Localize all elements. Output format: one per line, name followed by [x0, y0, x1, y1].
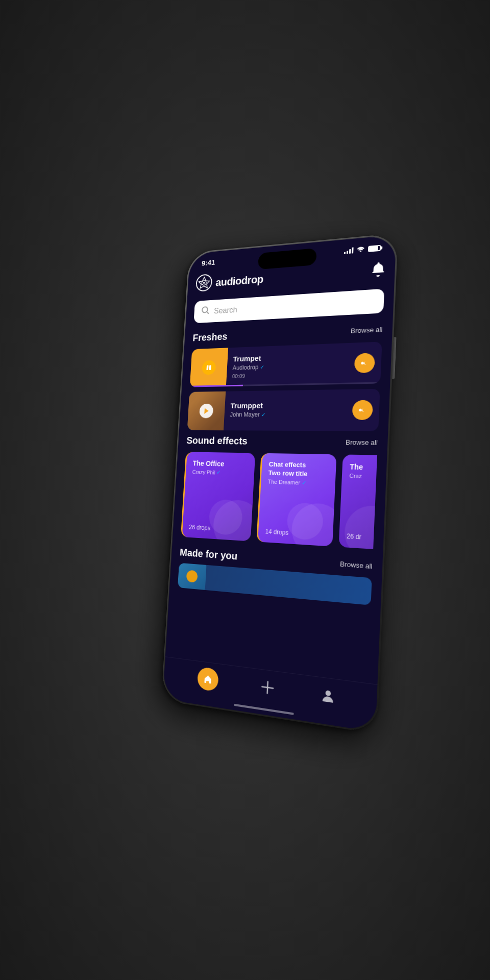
search-bar[interactable]: Search: [193, 289, 384, 324]
phone-wrapper: 9:41: [161, 233, 398, 734]
sound-effects-title: Sound effects: [186, 435, 248, 447]
battery-icon: [368, 244, 381, 252]
track-info-1: Trumpet Audiodrop ✓ 00:09: [226, 346, 355, 384]
search-icon: [201, 306, 210, 317]
effect-card-artist-2: The Dreamer ✓: [267, 478, 328, 487]
phone-frame: 9:41: [161, 233, 398, 734]
logo-icon: [195, 274, 213, 293]
effect-card-drops-3: 26 dr: [347, 532, 377, 542]
nav-add[interactable]: [259, 678, 276, 697]
signal-icon: [344, 247, 354, 254]
made-for-you-browse-all[interactable]: Browse all: [340, 560, 373, 570]
made-for-you-title: Made for you: [180, 547, 238, 562]
sound-effects-section-header: Sound effects Browse all: [186, 435, 378, 449]
effect-card-1[interactable]: The Office Crazy Phil ✓ 26 drops: [181, 452, 255, 541]
search-placeholder: Search: [214, 305, 237, 315]
svg-rect-5: [209, 365, 211, 370]
share-button-2[interactable]: [352, 400, 373, 420]
nav-profile[interactable]: [320, 686, 337, 706]
logo-area: audiodrop: [195, 270, 264, 293]
scene: 9:41: [0, 0, 490, 980]
track-thumbnail-2: [187, 391, 226, 430]
status-time: 9:41: [202, 258, 215, 267]
track-title-2: Trumppet: [230, 400, 347, 410]
track-info-2: Trumppet John Mayer ✓: [224, 395, 353, 425]
nav-home[interactable]: [197, 667, 219, 692]
track-title-1: Trumpet: [233, 351, 349, 363]
verified-badge-1: ✓: [260, 364, 264, 371]
svg-rect-4: [206, 365, 208, 370]
effect-card-title-3: The: [350, 462, 377, 472]
track-card-trumpet[interactable]: Trumpet Audiodrop ✓ 00:09: [190, 341, 382, 387]
track-duration-1: 00:09: [232, 370, 348, 379]
effect-verified-1: ✓: [216, 469, 221, 476]
effect-card-artist-1: Crazy Phil ✓: [192, 469, 248, 477]
effect-card-title-2: Chat effectsTwo row title: [268, 460, 329, 479]
effect-card-2[interactable]: Chat effectsTwo row title The Dreamer ✓ …: [256, 453, 336, 547]
play-button-2[interactable]: [199, 404, 213, 419]
freshes-section-header: Freshes Browse all: [192, 324, 383, 344]
track-artist-2: John Mayer ✓: [230, 411, 346, 419]
effect-card-3-partial: The Craz 26 dr: [338, 454, 377, 549]
freshes-title: Freshes: [192, 331, 228, 344]
app-content: audiodrop: [164, 255, 395, 698]
verified-badge-2: ✓: [261, 411, 265, 418]
svg-point-2: [203, 282, 205, 284]
wifi-icon: [356, 245, 365, 253]
made-for-you-preview: [178, 563, 372, 605]
status-icons: [344, 244, 381, 255]
phone-screen: 9:41: [163, 235, 397, 732]
profile-icon[interactable]: [320, 686, 337, 706]
svg-point-6: [326, 690, 331, 696]
sound-effects-browse-all[interactable]: Browse all: [346, 438, 378, 447]
effect-card-artist-3: Craz: [349, 473, 377, 480]
pause-button-1[interactable]: [202, 360, 216, 375]
made-for-you-section: Made for you Browse all: [178, 547, 373, 605]
home-indicator: [234, 704, 294, 715]
bottom-nav: [163, 656, 378, 732]
freshes-browse-all[interactable]: Browse all: [351, 326, 383, 335]
track-thumbnail-1: [190, 348, 228, 387]
sound-effects-scroll: The Office Crazy Phil ✓ 26 drops: [181, 452, 377, 549]
share-button-1[interactable]: [354, 353, 375, 373]
effect-verified-2: ✓: [302, 479, 307, 486]
app-name: audiodrop: [215, 273, 264, 289]
effect-card-title-1: The Office: [192, 459, 248, 469]
home-icon[interactable]: [197, 667, 219, 692]
notification-button[interactable]: [371, 262, 386, 279]
track-card-trumppet[interactable]: Trumppet John Mayer ✓: [187, 389, 380, 431]
add-icon[interactable]: [259, 678, 276, 697]
effect-card-drops-2: 14 drops: [265, 528, 326, 538]
